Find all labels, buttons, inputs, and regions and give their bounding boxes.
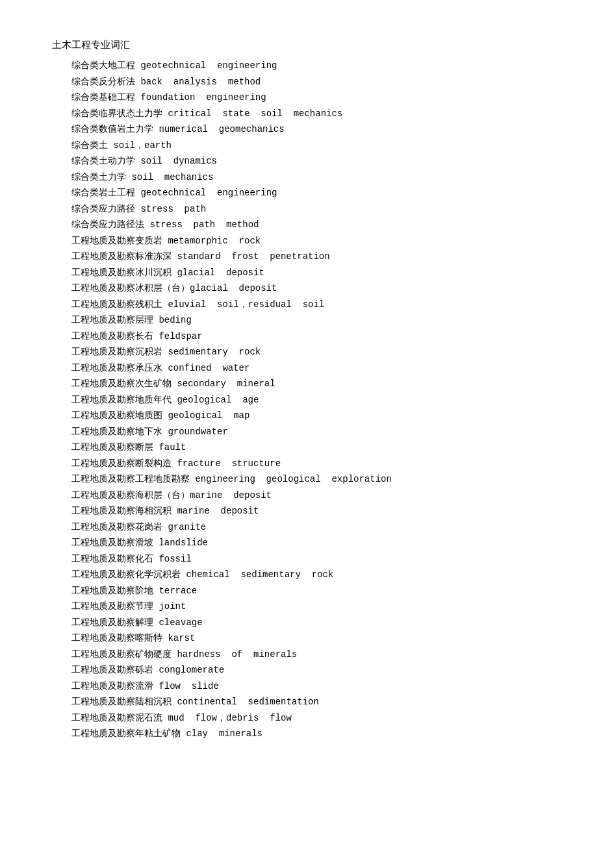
list-item: 综合类土力学 soil mechanics — [52, 169, 575, 186]
list-item: 综合类土动力学 soil dynamics — [52, 153, 575, 169]
list-item: 工程地质及勘察沉积岩 sedimentary rock — [52, 344, 575, 360]
list-item: 工程地质及勘察喀斯特 karst — [52, 630, 575, 647]
list-item: 综合类基础工程 foundation engineering — [52, 90, 575, 106]
list-item: 工程地质及勘察断层 fault — [52, 440, 575, 456]
list-item: 工程地质及勘察标准冻深 standard frost penetration — [52, 249, 575, 265]
list-item: 工程地质及勘察化石 fossil — [52, 551, 575, 567]
list-item: 工程地质及勘察花岗岩 granite — [52, 519, 575, 536]
list-item: 工程地质及勘察工程地质勘察 engineering geological exp… — [52, 471, 575, 488]
list-item: 工程地质及勘察地质年代 geological age — [52, 392, 575, 408]
list-item: 工程地质及勘察冰川沉积 glacial deposit — [52, 265, 575, 281]
list-item: 工程地质及勘察化学沉积岩 chemical sedimentary rock — [52, 567, 575, 583]
list-item: 综合类应力路径 stress path — [52, 201, 575, 217]
list-item: 综合类应力路径法 stress path method — [52, 217, 575, 233]
list-item: 工程地质及勘察层理 beding — [52, 312, 575, 329]
list-item: 工程地质及勘察承压水 confined water — [52, 360, 575, 377]
list-item: 工程地质及勘察海积层（台）marine deposit — [52, 488, 575, 504]
list-item: 工程地质及勘察矿物硬度 hardness of minerals — [52, 647, 575, 663]
list-item: 工程地质及勘察泥石流 mud flow，debris flow — [52, 710, 575, 726]
list-item: 工程地质及勘察流滑 flow slide — [52, 678, 575, 695]
list-item: 工程地质及勘察冰积层（台）glacial deposit — [52, 280, 575, 297]
list-item: 工程地质及勘察砾岩 conglomerate — [52, 662, 575, 678]
list-item: 工程地质及勘察海相沉积 marine deposit — [52, 503, 575, 519]
list-item: 工程地质及勘察解理 cleavage — [52, 615, 575, 631]
list-item: 工程地质及勘察节理 joint — [52, 599, 575, 615]
vocabulary-list: 综合类大地工程 geotechnical engineering综合类反分析法 … — [52, 58, 575, 742]
list-item: 工程地质及勘察变质岩 metamorphic rock — [52, 233, 575, 249]
list-item: 综合类大地工程 geotechnical engineering — [52, 58, 575, 74]
list-item: 工程地质及勘察滑坡 landslide — [52, 535, 575, 551]
list-item: 综合类岩土工程 geotechnical engineering — [52, 185, 575, 201]
list-item: 综合类反分析法 back analysis method — [52, 74, 575, 90]
list-item: 工程地质及勘察阶地 terrace — [52, 583, 575, 599]
list-item: 工程地质及勘察残积土 eluvial soil，residual soil — [52, 297, 575, 313]
list-item: 工程地质及勘察陆相沉积 continental sedimentation — [52, 694, 575, 710]
list-item: 综合类临界状态土力学 critical state soil mechanics — [52, 106, 575, 122]
list-item: 工程地质及勘察次生矿物 secondary mineral — [52, 376, 575, 392]
page-title: 土木工程专业词汇 — [52, 39, 575, 51]
list-item: 工程地质及勘察地质图 geological map — [52, 408, 575, 424]
page-container: 土木工程专业词汇 综合类大地工程 geotechnical engineerin… — [52, 39, 575, 742]
list-item: 工程地质及勘察地下水 groundwater — [52, 424, 575, 440]
list-item: 综合类数值岩土力学 numerical geomechanics — [52, 121, 575, 138]
list-item: 工程地质及勘察年粘土矿物 clay minerals — [52, 726, 575, 742]
list-item: 工程地质及勘察长石 feldspar — [52, 329, 575, 345]
list-item: 工程地质及勘察断裂构造 fracture structure — [52, 456, 575, 472]
list-item: 综合类土 soil，earth — [52, 138, 575, 154]
